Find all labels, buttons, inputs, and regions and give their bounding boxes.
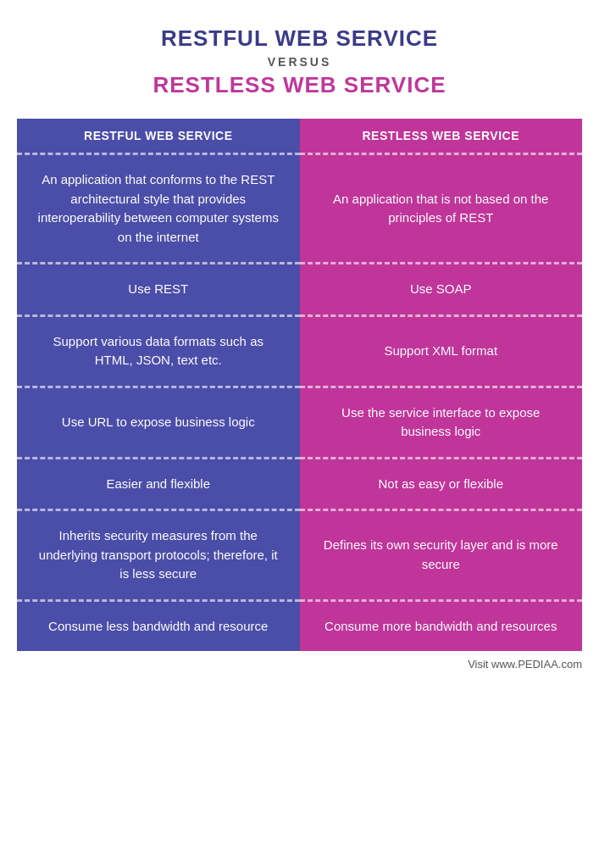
- restful-cell-0: An application that conforms to the REST…: [17, 154, 300, 264]
- restful-cell-2: Support various data formats such as HTM…: [17, 315, 300, 387]
- footer: Visit www.PEDIAA.com: [17, 658, 582, 670]
- restful-cell-5: Inherits security measures from the unde…: [17, 510, 300, 601]
- table-row: Support various data formats such as HTM…: [17, 315, 582, 387]
- table-row: Consume less bandwidth and resourceConsu…: [17, 600, 582, 651]
- table-row: An application that conforms to the REST…: [17, 154, 582, 264]
- restless-cell-4: Not as easy or flexible: [300, 458, 583, 510]
- footer-text: Visit www.PEDIAA.com: [468, 658, 582, 670]
- title-versus: VERSUS: [153, 55, 446, 69]
- restful-cell-4: Easier and flexible: [17, 458, 300, 510]
- table-row: Easier and flexibleNot as easy or flexib…: [17, 458, 582, 510]
- restful-cell-6: Consume less bandwidth and resource: [17, 600, 300, 651]
- title-restless: RESTLESS WEB SERVICE: [153, 72, 446, 98]
- page-title-block: RESTFUL WEB SERVICE VERSUS RESTLESS WEB …: [153, 25, 446, 115]
- restless-cell-0: An application that is not based on the …: [300, 154, 583, 264]
- restless-cell-5: Defines its own security layer and is mo…: [300, 510, 583, 601]
- restful-cell-3: Use URL to expose business logic: [17, 387, 300, 458]
- comparison-table: RESTFUL WEB SERVICERESTLESS WEB SERVICEA…: [17, 119, 582, 651]
- restless-cell-6: Consume more bandwidth and resources: [300, 600, 583, 651]
- restful-cell-1: Use REST: [17, 264, 300, 316]
- restless-cell-3: Use the service interface to expose busi…: [300, 387, 583, 458]
- column-header-restful: RESTFUL WEB SERVICE: [17, 119, 300, 154]
- restless-cell-1: Use SOAP: [300, 264, 583, 316]
- table-row: Inherits security measures from the unde…: [17, 510, 582, 601]
- title-restful: RESTFUL WEB SERVICE: [153, 25, 446, 52]
- restless-cell-2: Support XML format: [300, 315, 583, 387]
- table-row: Use RESTUse SOAP: [17, 264, 582, 316]
- column-header-restless: RESTLESS WEB SERVICE: [300, 119, 583, 154]
- table-header-row: RESTFUL WEB SERVICERESTLESS WEB SERVICE: [17, 119, 582, 154]
- table-row: Use URL to expose business logicUse the …: [17, 387, 582, 458]
